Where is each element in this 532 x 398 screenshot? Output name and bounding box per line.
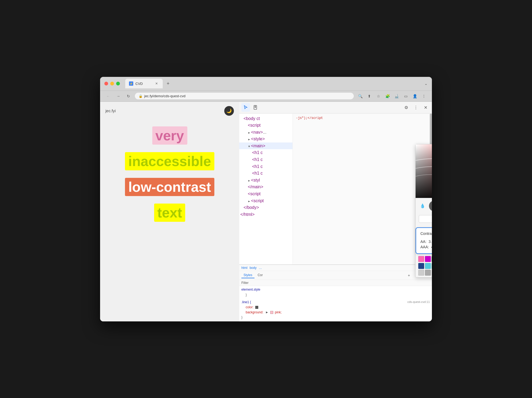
tab-title: CVD: [135, 82, 143, 86]
share-icon[interactable]: ⬆: [366, 92, 373, 100]
css-background-arrow: ►: [265, 310, 268, 314]
new-tab-button[interactable]: +: [164, 79, 172, 88]
html-main-close-line[interactable]: </main>: [239, 183, 292, 190]
color-gradient[interactable]: [416, 144, 432, 198]
css-line1-rule: .line1 { cds-quest-cvd:11 color: backgro…: [239, 299, 432, 321]
mac-window: ⚡ CVD ✕ + ⌄ ← → ↻ 🔒 jec.fyi/demo/cds-que…: [100, 77, 432, 321]
picker-controls: 💧: [416, 198, 432, 214]
aaa-value: 4.5: [431, 245, 432, 249]
aa-row: AA: 3.0 ✔: [420, 239, 432, 244]
search-icon[interactable]: 🔍: [356, 92, 364, 100]
url-bar[interactable]: 🔒 jec.fyi/demo/cds-quest-cvd: [135, 93, 354, 99]
filter-label: Filter: [241, 281, 430, 285]
html-h1-1[interactable]: <h1 c: [239, 149, 292, 156]
swatch-pink[interactable]: [418, 256, 424, 262]
dark-mode-button[interactable]: 🌙: [224, 106, 234, 116]
forward-button[interactable]: →: [115, 92, 122, 100]
back-button[interactable]: ←: [104, 92, 112, 100]
close-button[interactable]: [104, 82, 108, 85]
swatch-gray2[interactable]: [425, 270, 431, 276]
url-text: jec.fyi/demo/cds-quest-cvd: [144, 94, 350, 98]
eyedropper-button[interactable]: 💧: [419, 202, 426, 210]
filter-bar: Filter: [239, 280, 432, 286]
swatch-purple[interactable]: [425, 256, 431, 262]
css-background-value: pink;: [275, 310, 282, 314]
site-title: jec.fyi: [105, 108, 116, 113]
html-h1-2[interactable]: <h1 c: [239, 156, 292, 163]
browser-content: jec.fyi 🌙 very inaccessible low-contrast…: [100, 102, 432, 321]
swatch-cyan[interactable]: [425, 263, 431, 269]
html-close-line[interactable]: </html>: [239, 211, 292, 218]
swatch-blue2[interactable]: [418, 263, 424, 269]
reload-button[interactable]: ↻: [125, 92, 132, 100]
html-script3-line[interactable]: ►<script: [239, 197, 292, 204]
swatches-container: ▲ ▼: [416, 254, 432, 277]
tab-menu-button[interactable]: ⌄: [424, 81, 428, 86]
close-devtools-button[interactable]: ✕: [421, 103, 430, 112]
webpage-header: jec.fyi 🌙: [105, 106, 234, 116]
css-color-prop: color:: [241, 305, 430, 310]
add-rule-button[interactable]: +: [405, 272, 413, 279]
device-toggle-button[interactable]: [251, 103, 260, 112]
tab-styles[interactable]: Styles: [241, 272, 254, 278]
swatch-teal[interactable]: [432, 263, 432, 269]
swatch-gray3[interactable]: [432, 270, 432, 276]
maximize-button[interactable]: [116, 82, 120, 85]
aa-value: 3.0: [429, 239, 432, 244]
tab-close-button[interactable]: ✕: [154, 81, 159, 86]
profile-icon[interactable]: 👤: [411, 92, 419, 100]
breadcrumb-more[interactable]: …: [259, 266, 262, 270]
minimize-button[interactable]: [110, 82, 114, 85]
webpage-panel: jec.fyi 🌙 very inaccessible low-contrast…: [100, 102, 239, 321]
color-picker-popup: 💧 #585858 ▲: [415, 144, 432, 277]
more-options-button[interactable]: ⋮: [412, 103, 420, 112]
color-swatch-color[interactable]: [255, 306, 258, 309]
html-style-line[interactable]: ►<style>: [239, 136, 292, 142]
extension-icon[interactable]: 🧩: [384, 92, 391, 100]
settings-button[interactable]: ⚙: [402, 103, 411, 112]
css-selector-line1: .line1 {: [241, 300, 251, 304]
swatch-gray1[interactable]: [418, 270, 424, 276]
breadcrumb-body[interactable]: body: [250, 266, 257, 270]
demo-word-text: text: [154, 204, 185, 222]
css-close-brace-2: }: [241, 315, 430, 320]
address-icons: 🔍 ⬆ ☆ 🧩 🔬 ▭ 👤 ⋮: [356, 92, 428, 100]
title-bar: ⚡ CVD ✕ + ⌄: [100, 77, 432, 91]
html-nav-line[interactable]: ►<nav>...: [239, 129, 292, 136]
gradient-curves: [416, 144, 432, 198]
html-h1-4[interactable]: <h1 c: [239, 170, 292, 177]
html-tree-pane: <body ct <script ►<nav>... ►<style> ▼<ma…: [239, 114, 293, 265]
hex-input[interactable]: #585858: [419, 215, 432, 223]
html-h1-3[interactable]: <h1 c: [239, 163, 292, 170]
html-script2-line[interactable]: <script: [239, 190, 292, 197]
swatch-dark1[interactable]: [432, 256, 432, 262]
demo-content: very inaccessible low-contrast text: [105, 121, 234, 227]
demo-word-low-contrast: low-contrast: [125, 178, 214, 196]
devtools-panel: ⚙ ⋮ ✕ 💧: [239, 102, 432, 321]
color-swatch-background[interactable]: [270, 311, 273, 314]
bookmark-icon[interactable]: ☆: [375, 92, 382, 100]
css-color-label: color:: [246, 305, 253, 309]
html-body-line[interactable]: <body ct: [239, 115, 292, 122]
html-script-line[interactable]: <script: [239, 122, 292, 129]
html-style2-line[interactable]: ►<styl: [239, 177, 292, 184]
tab-favicon: ⚡: [129, 81, 133, 86]
lock-icon: 🔒: [139, 94, 143, 98]
breadcrumb-html[interactable]: html: [241, 266, 248, 270]
devtools-icon[interactable]: 🔬: [393, 92, 400, 100]
code-line-script: -js");</script: [296, 116, 427, 121]
html-main-line[interactable]: ▼<main>: [239, 142, 292, 149]
active-tab[interactable]: ⚡ CVD ✕: [125, 79, 163, 88]
sidebar-icon[interactable]: ▭: [402, 92, 409, 100]
demo-word-very: very: [152, 126, 187, 145]
hex-input-row: #585858 ▲ ▼: [416, 214, 432, 223]
traffic-lights: [104, 82, 120, 85]
tab-computed[interactable]: Cor: [256, 272, 265, 278]
tab-bar: ⚡ CVD ✕ + ⌄: [125, 79, 428, 88]
svg-rect-1: [255, 106, 256, 108]
css-source-link[interactable]: cds-quest-cvd:11: [407, 300, 430, 305]
element-picker-button[interactable]: [241, 103, 250, 112]
html-body-close-line[interactable]: </body>: [239, 204, 292, 211]
menu-icon[interactable]: ⋮: [420, 92, 428, 100]
css-close-brace-1: }: [241, 293, 247, 297]
